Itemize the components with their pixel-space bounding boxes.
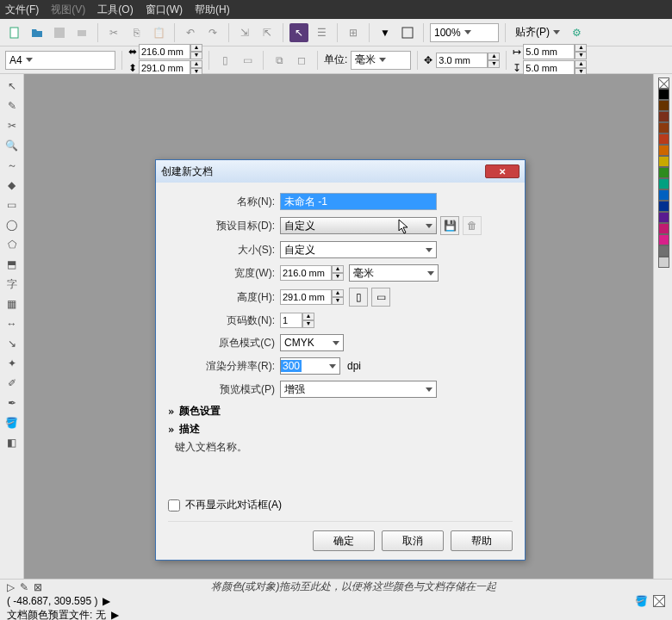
copy-icon[interactable]: ⎘ [127, 23, 146, 42]
resolution-combo[interactable]: 300 [280, 357, 340, 375]
freehand-tool-icon[interactable]: ～ [3, 157, 21, 174]
dup-x-input[interactable]: ▲▼ [523, 44, 587, 59]
new-icon[interactable] [5, 23, 24, 42]
import-icon[interactable]: ⇲ [235, 23, 254, 42]
color-settings-section[interactable]: »颜色设置 [168, 404, 513, 418]
zoom-combo[interactable]: 100% [430, 23, 499, 42]
portrait-button[interactable]: ▯ [349, 288, 368, 307]
rectangle-tool-icon[interactable]: ▭ [3, 196, 21, 214]
color-swatch[interactable] [658, 133, 669, 145]
zoom-tool-icon[interactable]: 🔍 [3, 137, 21, 154]
interactive-fill-icon[interactable]: ◧ [3, 434, 21, 451]
ellipse-tool-icon[interactable]: ◯ [3, 216, 21, 233]
nav-close-icon[interactable]: ⊠ [34, 581, 42, 593]
size-combo[interactable]: 自定义 [280, 241, 437, 258]
menu-file[interactable]: 文件(F) [5, 3, 39, 17]
coords-arrow-icon[interactable]: ▶ [103, 595, 110, 607]
color-swatch[interactable] [658, 257, 669, 268]
color-swatch[interactable] [658, 223, 669, 234]
color-swatch[interactable] [658, 178, 669, 189]
paper-size-combo[interactable]: A4 [5, 51, 115, 70]
preview-combo[interactable]: 增强 [280, 381, 437, 398]
colormode-combo[interactable]: CMYK [280, 334, 344, 351]
width-units-combo[interactable]: 毫米 [349, 264, 439, 282]
app-launcher-icon[interactable]: ↖ [289, 23, 308, 42]
fill-icon[interactable]: ▼ [376, 23, 395, 42]
nav-play-icon[interactable]: ▷ [7, 581, 15, 593]
eyedropper-tool-icon[interactable]: ✐ [3, 375, 21, 392]
description-section[interactable]: »描述 [168, 422, 513, 437]
options-icon[interactable]: ⚙ [567, 23, 586, 42]
menu-tools[interactable]: 工具(O) [97, 3, 133, 17]
portrait-icon[interactable]: ▯ [215, 51, 234, 70]
color-swatch[interactable] [658, 212, 669, 223]
redo-icon[interactable]: ↷ [203, 23, 222, 42]
name-input[interactable] [280, 193, 437, 210]
crop-tool-icon[interactable]: ✂ [3, 117, 21, 134]
outline-icon[interactable] [398, 23, 417, 42]
dimension-tool-icon[interactable]: ↔ [3, 315, 21, 332]
text-tool-icon[interactable]: 字 [3, 276, 21, 293]
menu-help[interactable]: 帮助(H) [195, 3, 230, 17]
pages-input[interactable]: ▲▼ [280, 313, 314, 328]
snap-menu[interactable]: 贴齐(P) [512, 23, 563, 42]
svg-rect-0 [10, 28, 18, 38]
current-page-icon[interactable]: ◻ [292, 51, 311, 70]
effects-tool-icon[interactable]: ✦ [3, 355, 21, 372]
color-swatch[interactable] [658, 111, 669, 122]
welcome-icon[interactable]: ☰ [312, 23, 331, 42]
color-swatch[interactable] [658, 145, 669, 156]
smart-fill-icon[interactable]: ◆ [3, 177, 21, 194]
landscape-icon[interactable]: ▭ [238, 51, 257, 70]
dialog-titlebar[interactable]: 创建新文档 ✕ [156, 160, 525, 183]
page-width-input[interactable]: ▲▼ [139, 44, 202, 59]
print-icon[interactable] [72, 23, 91, 42]
export-icon[interactable]: ⇱ [258, 23, 277, 42]
color-swatch[interactable] [658, 245, 669, 257]
preset-combo[interactable]: 自定义 [280, 217, 437, 234]
doc-width-input[interactable]: ▲▼ [280, 265, 344, 281]
height-icon: ⬍ [128, 62, 137, 74]
dont-show-checkbox[interactable] [168, 499, 180, 512]
save-icon[interactable] [50, 23, 69, 42]
color-swatch[interactable] [658, 156, 669, 167]
no-color-swatch[interactable] [658, 78, 669, 89]
units-combo[interactable]: 毫米 [351, 51, 411, 70]
color-swatch[interactable] [658, 189, 669, 201]
status-nofill-icon[interactable] [653, 595, 665, 607]
ok-button[interactable]: 确定 [313, 530, 375, 551]
color-swatch[interactable] [658, 122, 669, 133]
shape-tool-icon[interactable]: ✎ [3, 97, 21, 115]
status-fill-icon[interactable]: 🪣 [635, 595, 648, 607]
color-swatch[interactable] [658, 100, 669, 111]
open-icon[interactable] [28, 23, 47, 42]
paste-icon[interactable]: 📋 [149, 23, 168, 42]
color-palette [658, 78, 670, 268]
color-swatch[interactable] [658, 167, 669, 178]
cut-icon[interactable]: ✂ [104, 23, 123, 42]
pick-tool-icon[interactable]: ↖ [3, 78, 21, 95]
menu-window[interactable]: 窗口(W) [146, 3, 183, 17]
table-tool-icon[interactable]: ▦ [3, 295, 21, 313]
menu-view[interactable]: 视图(V) [51, 3, 85, 17]
outline-tool-icon[interactable]: ✒ [3, 394, 21, 412]
cancel-button[interactable]: 取消 [382, 530, 444, 551]
close-icon[interactable]: ✕ [485, 164, 520, 178]
undo-icon[interactable]: ↶ [181, 23, 200, 42]
nav-pen-icon[interactable]: ✎ [20, 581, 28, 593]
nudge-input[interactable]: ▲▼ [436, 53, 500, 68]
color-swatch[interactable] [658, 89, 669, 100]
basic-shapes-icon[interactable]: ⬒ [3, 256, 21, 273]
save-preset-icon[interactable]: 💾 [440, 216, 459, 235]
landscape-button[interactable]: ▭ [371, 288, 390, 307]
connector-tool-icon[interactable]: ↘ [3, 335, 21, 352]
profile-arrow-icon[interactable]: ▶ [111, 609, 119, 620]
polygon-tool-icon[interactable]: ⬠ [3, 236, 21, 253]
zoom-levels-icon[interactable]: ⊞ [344, 23, 363, 42]
color-swatch[interactable] [658, 234, 669, 245]
doc-height-input[interactable]: ▲▼ [280, 289, 344, 305]
all-pages-icon[interactable]: ⧉ [270, 51, 289, 70]
color-swatch[interactable] [658, 201, 669, 212]
help-button[interactable]: 帮助 [451, 530, 513, 551]
fill-tool-icon[interactable]: 🪣 [3, 414, 21, 431]
